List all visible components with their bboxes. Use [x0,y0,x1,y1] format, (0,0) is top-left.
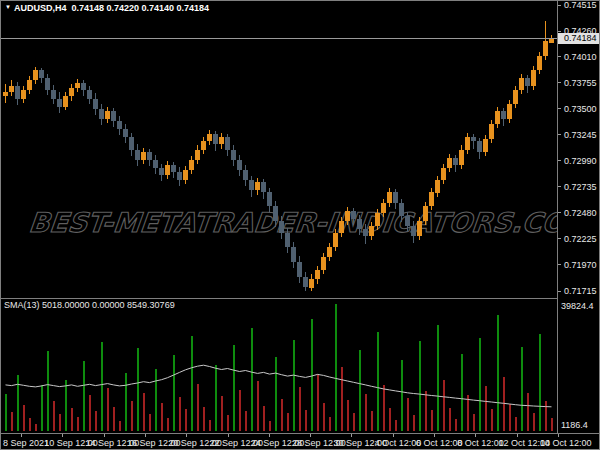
symbol-period-label: AUDUSD,H4 [14,3,67,13]
main-chart-panel[interactable]: BEST-METATRADER-INDICATORS.COM ▼AUDUSD,H… [1,1,557,433]
candle-body [111,111,116,121]
time-axis-tick-mark [310,434,311,437]
volume-bar [263,406,265,431]
time-axis-tick-mark [351,434,352,437]
volume-bar [383,385,385,431]
volume-bar [497,315,499,431]
volume-bar [11,412,13,431]
volume-bar [17,375,19,431]
volume-bar [527,393,529,432]
volume-bar [473,414,475,432]
time-axis[interactable]: 8 Sep 202110 Sep 12:0014 Sep 12:0016 Sep… [1,433,600,450]
indicator-label: SMA(13) 5018.00000 0.00000 8549.30769 [4,300,175,310]
candle-body [507,104,512,119]
candle-body [57,99,62,107]
time-tick-label: 6 Oct 12:00 [416,438,463,448]
volume-bar [185,409,187,431]
volume-bar [443,380,445,431]
time-axis-tick-mark [269,434,270,437]
candle-body [51,90,56,98]
volume-bar [119,421,121,431]
volume-bar [503,377,505,431]
volume-bar [5,394,7,431]
candle-body [441,168,446,180]
volume-bar [551,418,553,431]
candle-body [345,211,350,221]
candle-body [147,152,152,160]
candle-body [69,88,74,96]
candle-body [321,257,326,270]
volume-bar [407,398,409,431]
volume-bar [161,403,163,431]
volume-bar [275,357,277,431]
candle-body [285,233,290,246]
price-axis-tick-mark [558,56,561,57]
candle-body [207,134,212,141]
volume-bar [167,418,169,431]
price-axis-tick-mark [558,238,561,239]
volume-bar [89,395,91,431]
candle-body [537,56,542,70]
volume-bar [239,390,241,431]
volume-bar [131,401,133,431]
volume-bar [401,360,403,431]
price-axis[interactable]: 0.745150.742600.740100.737550.735000.732… [557,1,600,433]
candle-body [351,211,356,219]
time-axis-tick-mark [145,434,146,437]
candle-body [99,109,104,119]
candle-body [357,219,362,229]
price-tick-label: 0.72990 [564,156,597,166]
price-tick-label: 0.74010 [564,52,597,62]
volume-bar [545,401,547,431]
candle-body [237,160,242,170]
candle-body [297,262,302,277]
panel-separator[interactable] [1,298,600,299]
price-axis-tick-mark [558,160,561,161]
volume-bar [155,369,157,431]
candle-body [531,70,536,86]
price-axis-tick-mark [558,212,561,213]
candle-body [15,86,20,98]
candle-body [483,139,488,151]
volume-bar [287,413,289,431]
volume-bar [59,414,61,431]
time-tick-label: 8 Oct 12:00 [457,438,504,448]
volume-bar [323,403,325,431]
volume-bar [521,347,523,431]
price-tick-label: 0.74515 [564,0,597,10]
candle-body [489,124,494,139]
candle-body [141,152,146,160]
candle-body [477,141,482,151]
candle-body [249,180,254,190]
candle-body [177,172,182,180]
candle-body [189,160,194,170]
candle-body [135,150,140,160]
candle-body [375,213,380,226]
volume-bar [425,391,427,431]
candle-body [405,216,410,226]
price-tick-label: 0.72225 [564,234,597,244]
candle-body [501,111,506,119]
volume-bar [293,340,295,431]
candle-body [81,83,86,90]
mt4-chart-window: BEST-METATRADER-INDICATORS.COM ▼AUDUSD,H… [0,0,600,450]
candle-body [93,99,98,109]
volume-bar [221,396,223,431]
candle-body [201,141,206,149]
volume-bar [329,417,331,431]
indicator-scale-max: 39824.4 [561,301,594,311]
volume-bar [371,411,373,431]
candle-body [381,203,386,213]
candle-body [447,158,452,168]
volume-bar [311,319,313,431]
volume-bar [485,386,487,431]
volume-bar [41,385,43,431]
candle-body [513,90,518,103]
price-axis-tick-mark [558,5,561,6]
volume-bar [149,414,151,431]
price-chart-svg[interactable] [1,1,557,432]
candle-body [459,150,464,165]
volume-bar [515,417,517,432]
volume-bar [245,411,247,431]
candle-body [369,226,374,236]
